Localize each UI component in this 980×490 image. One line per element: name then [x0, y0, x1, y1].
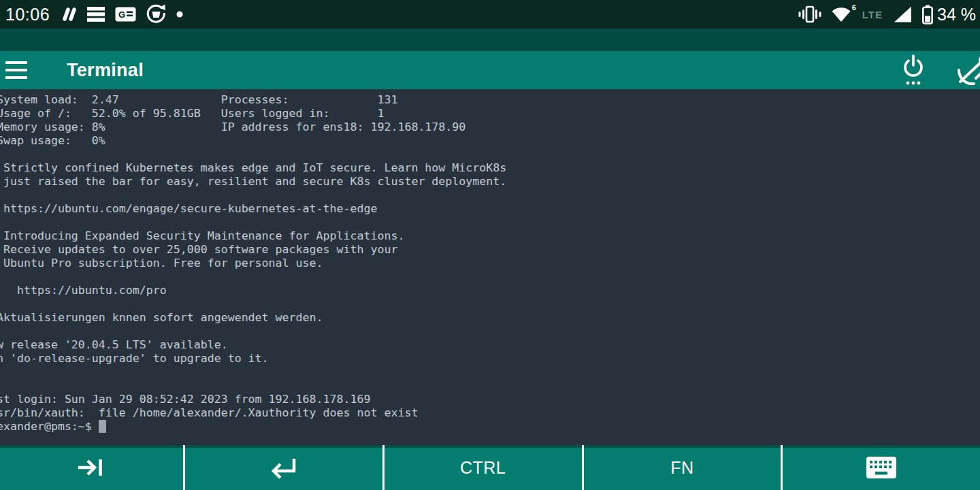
vibrate-icon — [798, 5, 821, 24]
toggle-keyboard-key[interactable] — [781, 445, 980, 490]
ctrl-key[interactable]: CTRL — [382, 445, 582, 490]
app-bar-scrim — [0, 29, 980, 51]
terminal-line: Receive updates to over 25,000 software … — [0, 243, 506, 257]
terminal-line — [0, 297, 506, 311]
enter-arrow-icon — [268, 455, 299, 480]
priority-mode-icon — [59, 5, 77, 23]
menu-icon[interactable] — [5, 61, 29, 79]
battery-icon — [921, 5, 934, 24]
network-type-label: LTE — [862, 9, 883, 20]
app-bar: Terminal — [0, 51, 980, 89]
notification-dot-icon — [176, 11, 183, 18]
terminal-line: /usr/bin/xauth: file /home/alexander/.Xa… — [0, 406, 506, 420]
terminal-prompt-line: alexander@pms:~$ — [0, 420, 506, 434]
shell-prompt: alexander@pms:~$ — [0, 420, 99, 433]
svg-text:G: G — [118, 10, 125, 20]
wifi-icon: 6 — [831, 6, 851, 23]
cell-signal-icon — [894, 6, 912, 22]
terminal-line: https://ubuntu.com/engage/secure-kuberne… — [0, 202, 506, 216]
terminal-line — [0, 379, 506, 393]
terminal-line: just raised the bar for easy, resilient … — [0, 175, 506, 189]
terminal-line — [0, 189, 506, 202]
keyboard-icon — [866, 456, 897, 479]
terminal-line: Last login: Sun Jan 29 08:52:42 2023 fro… — [0, 393, 506, 406]
terminal-line: * Strictly confined Kubernetes makes edg… — [0, 161, 506, 175]
notification-lines-icon — [86, 5, 105, 23]
power-menu-icon[interactable] — [901, 54, 926, 86]
terminal-line: Swap usage: 0% — [0, 134, 506, 148]
terminal-cursor — [99, 420, 106, 433]
terminal-line: Memory usage: 8% IP address for ens18: 1… — [0, 120, 506, 134]
gpay-card-icon: G — [115, 5, 136, 23]
phone-disconnect-icon[interactable] — [956, 55, 980, 86]
store-update-icon — [146, 4, 167, 24]
wifi6-badge: 6 — [852, 3, 856, 12]
clock: 10:06 — [4, 5, 50, 24]
terminal-line — [0, 270, 506, 284]
tab-key[interactable] — [0, 445, 183, 490]
terminal-line: https://ubuntu.com/pro — [0, 284, 506, 297]
ctrl-key-label: CTRL — [460, 458, 506, 478]
terminal-output: System load: 2.47 Processes: 131 Usage o… — [0, 93, 506, 434]
battery-percent-label: 34 % — [937, 5, 976, 24]
tab-arrow-icon — [77, 455, 107, 480]
terminal-line: * Introducing Expanded Security Maintena… — [0, 229, 506, 243]
terminal-line: New release '20.04.5 LTS' available. — [0, 338, 506, 352]
terminal-line: Usage of /: 52.0% of 95.81GB Users logge… — [0, 107, 506, 120]
terminal-line — [0, 216, 506, 229]
terminal-screen[interactable]: System load: 2.47 Processes: 131 Usage o… — [0, 89, 980, 445]
terminal-line: 0 Aktualisierungen knnen sofort angewend… — [0, 311, 506, 325]
terminal-line — [0, 365, 506, 379]
status-bar: 10:06 G — [0, 0, 980, 29]
extra-keys-bar: CTRL FN — [0, 445, 980, 490]
fn-key-label: FN — [670, 458, 693, 478]
terminal-line — [0, 148, 506, 161]
terminal-line: System load: 2.47 Processes: 131 — [0, 93, 506, 107]
terminal-line: Ubuntu Pro subscription. Free for person… — [0, 257, 506, 270]
terminal-line: Run 'do-release-upgrade' to upgrade to i… — [0, 352, 506, 365]
enter-key[interactable] — [183, 445, 382, 490]
page-title: Terminal — [67, 60, 144, 81]
fn-key[interactable]: FN — [582, 445, 781, 490]
terminal-line — [0, 325, 506, 338]
